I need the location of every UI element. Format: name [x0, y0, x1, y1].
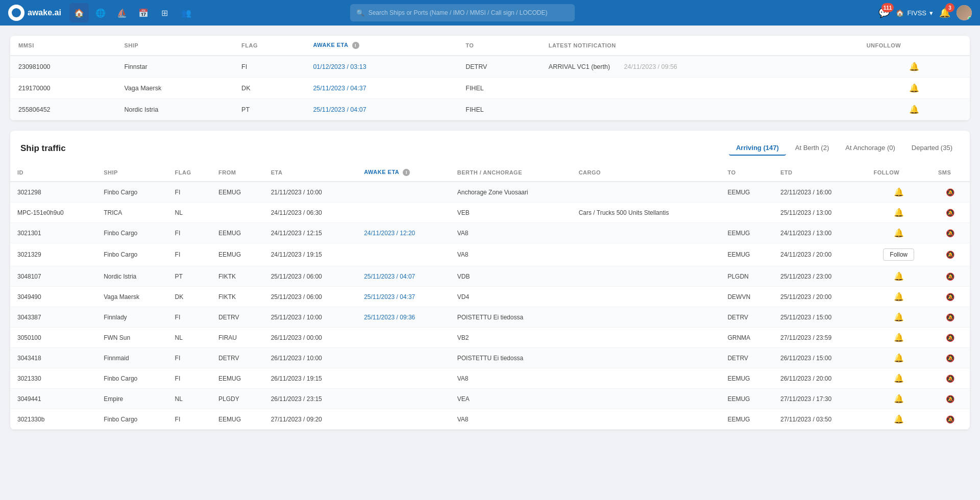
sms-bell[interactable]: 🔕 — [946, 354, 954, 362]
follow-bell[interactable]: 🔔 — [894, 333, 904, 342]
tcol-to: TO — [720, 164, 773, 182]
cell-follow[interactable]: 🔔 — [867, 348, 931, 368]
sms-bell[interactable]: 🔕 — [946, 334, 954, 342]
table-row: 255806452 Nordic Istria PT 25/11/2023 / … — [10, 99, 970, 120]
sms-bell[interactable]: 🔕 — [946, 395, 954, 403]
sms-bell[interactable]: 🔕 — [946, 272, 954, 281]
cell-follow[interactable]: 🔔 — [867, 368, 931, 389]
sms-bell[interactable]: 🔕 — [946, 251, 954, 259]
cell-sms[interactable]: 🔕 — [931, 348, 970, 368]
follow-bell[interactable]: 🔔 — [894, 292, 904, 301]
logo[interactable]: awake.ai — [8, 5, 61, 21]
unfollow-bell[interactable]: 🔔 — [909, 105, 919, 114]
cell-etd: 25/11/2023 / 20:00 — [773, 287, 867, 307]
traffic-tab-2[interactable]: At Anchorage (0) — [838, 141, 902, 156]
cell-flag: DK — [168, 287, 211, 307]
tcol-cargo: CARGO — [572, 164, 721, 182]
cell-sms[interactable]: 🔕 — [931, 328, 970, 348]
cell-notification — [541, 78, 859, 99]
cell-flag: FI — [168, 243, 211, 266]
eta-info-icon[interactable]: i — [352, 42, 359, 49]
col-unfollow: UNFOLLOW — [859, 36, 970, 56]
nav-users-btn[interactable]: 👥 — [177, 3, 196, 22]
follow-bell[interactable]: 🔔 — [894, 415, 904, 423]
cell-follow[interactable]: Follow — [867, 243, 931, 266]
table-row: 3043418 Finnmaid FI DETRV 26/11/2023 / 1… — [10, 348, 970, 368]
tcol-sms: SMS — [931, 164, 970, 182]
cell-eta: 24/11/2023 / 06:30 — [264, 203, 357, 223]
cell-follow[interactable]: 🔔 — [867, 328, 931, 348]
cell-from: FIRAU — [211, 328, 264, 348]
col-latest-notification: LATEST NOTIFICATION — [541, 36, 859, 56]
nav-home-btn[interactable]: 🏠 — [69, 3, 89, 22]
cell-sms[interactable]: 🔕 — [931, 266, 970, 287]
notification-btn[interactable]: 💬 111 — [878, 7, 890, 18]
cell-sms[interactable]: 🔕 — [931, 182, 970, 203]
cell-sms[interactable]: 🔕 — [931, 409, 970, 430]
cell-sms[interactable]: 🔕 — [931, 287, 970, 307]
cell-eta: 01/12/2023 / 03:13 — [305, 56, 457, 78]
avatar[interactable] — [957, 5, 972, 20]
unfollow-bell[interactable]: 🔔 — [909, 84, 919, 92]
nav-globe-btn[interactable]: 🌐 — [91, 3, 110, 22]
follow-bell[interactable]: 🔔 — [894, 313, 904, 321]
table-row: 3049490 Vaga Maersk DK FIKTK 25/11/2023 … — [10, 287, 970, 307]
follow-bell[interactable]: 🔔 — [894, 374, 904, 383]
cell-cargo — [572, 389, 721, 409]
cell-sms[interactable]: 🔕 — [931, 203, 970, 223]
follow-bell[interactable]: 🔔 — [894, 394, 904, 403]
cell-sms[interactable]: 🔕 — [931, 307, 970, 328]
cell-mmsi: 230981000 — [10, 56, 116, 78]
cell-berth: POISTETTU Ei tiedossa — [450, 348, 572, 368]
nav-calendar-btn[interactable]: 📅 — [134, 3, 153, 22]
follow-button[interactable]: Follow — [883, 248, 914, 261]
cell-to: FIHEL — [457, 99, 541, 120]
search-bar[interactable]: 🔍 — [350, 4, 575, 21]
nav-analytics-btn[interactable]: ⊞ — [155, 3, 175, 22]
cell-unfollow[interactable]: 🔔 — [859, 78, 970, 99]
sms-bell[interactable]: 🔕 — [946, 209, 954, 217]
cell-id: 3021298 — [10, 182, 96, 203]
logo-text: awake.ai — [28, 8, 61, 17]
nav-ships-btn[interactable]: ⛵ — [112, 3, 132, 22]
sms-bell[interactable]: 🔕 — [946, 374, 954, 383]
cell-cargo — [572, 328, 721, 348]
cell-sms[interactable]: 🔕 — [931, 368, 970, 389]
traffic-tab-1[interactable]: At Berth (2) — [788, 141, 836, 156]
cell-unfollow[interactable]: 🔔 — [859, 99, 970, 120]
sms-bell[interactable]: 🔕 — [946, 415, 954, 423]
sms-bell[interactable]: 🔕 — [946, 188, 954, 196]
cell-follow[interactable]: 🔔 — [867, 389, 931, 409]
awake-eta-info-icon[interactable]: i — [403, 169, 410, 176]
user-workspace[interactable]: 🏠 FIVSS ▾ — [896, 9, 933, 17]
sms-bell[interactable]: 🔕 — [946, 313, 954, 321]
cell-sms[interactable]: 🔕 — [931, 389, 970, 409]
unfollow-bell[interactable]: 🔔 — [909, 62, 919, 71]
cell-sms[interactable]: 🔕 — [931, 223, 970, 243]
cell-follow[interactable]: 🔔 — [867, 409, 931, 430]
bell-btn[interactable]: 🔔 3 — [939, 7, 950, 18]
cell-follow[interactable]: 🔔 — [867, 307, 931, 328]
cell-sms[interactable]: 🔕 — [931, 243, 970, 266]
search-input[interactable] — [369, 9, 569, 16]
follow-bell[interactable]: 🔔 — [894, 272, 904, 281]
sms-bell[interactable]: 🔕 — [946, 293, 954, 301]
cell-follow[interactable]: 🔔 — [867, 266, 931, 287]
cell-eta: 25/11/2023 / 10:00 — [264, 307, 357, 328]
follow-bell[interactable]: 🔔 — [894, 229, 904, 237]
cell-id: 3049441 — [10, 389, 96, 409]
cell-follow[interactable]: 🔔 — [867, 287, 931, 307]
follow-bell[interactable]: 🔔 — [894, 354, 904, 362]
cell-follow[interactable]: 🔔 — [867, 203, 931, 223]
notification-badge: 111 — [881, 3, 894, 12]
cell-follow[interactable]: 🔔 — [867, 223, 931, 243]
col-awake-eta: AWAKE ETA i — [305, 36, 457, 56]
cell-follow[interactable]: 🔔 — [867, 182, 931, 203]
cell-unfollow[interactable]: 🔔 — [859, 56, 970, 78]
cell-from: FIKTK — [211, 266, 264, 287]
follow-bell[interactable]: 🔔 — [894, 208, 904, 217]
follow-bell[interactable]: 🔔 — [894, 188, 904, 196]
traffic-tab-3[interactable]: Departed (35) — [904, 141, 960, 156]
traffic-tab-0[interactable]: Arriving (147) — [729, 141, 786, 156]
sms-bell[interactable]: 🔕 — [946, 229, 954, 237]
